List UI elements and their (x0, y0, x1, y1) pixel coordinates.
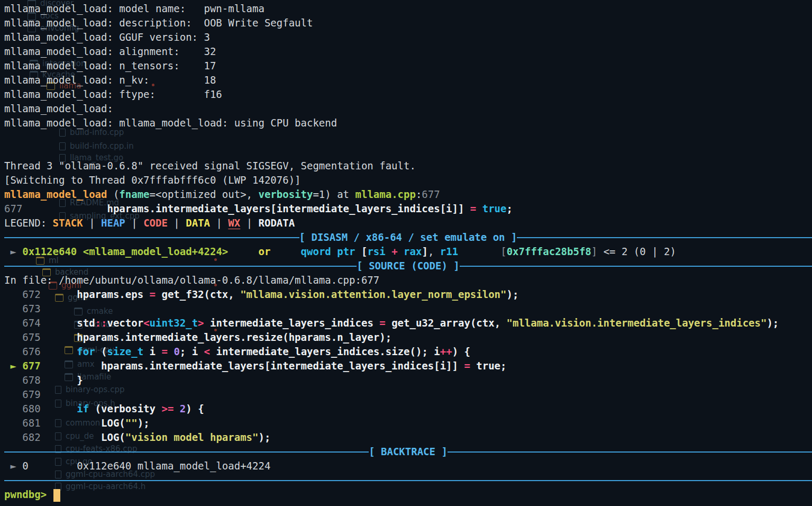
text-segment: "mllama.vision.attention.layer_norm_epsi… (240, 288, 506, 300)
text-segment: hparams.intermediate_layers.resize(hpara… (53, 331, 392, 343)
text-segment: 2 (180, 403, 186, 414)
text-segment: :: (95, 317, 107, 329)
text-segment: 674 (4, 317, 53, 329)
text-segment: In file: /home/ubuntu/ollama/ollama-0.6.… (4, 274, 379, 286)
text-segment: ); (767, 317, 779, 329)
text-segment: qword ptr (301, 246, 361, 257)
backtrace-frame-0: ► 0 0x112e640 mllama_model_load+4224 (4, 459, 812, 473)
text-segment: rsi (367, 246, 385, 257)
log-line: mllama_model_load: alignment: 32 (4, 44, 812, 59)
text-segment: =1) at (313, 188, 355, 200)
text-segment: | (125, 217, 143, 229)
text-segment: mllama.cpp (355, 188, 416, 200)
text-segment: LOG( (53, 431, 125, 443)
text-segment: | (168, 217, 186, 229)
text-segment: | (240, 217, 258, 229)
text-segment (53, 403, 77, 414)
log-line: mllama_model_load: model name: pwn-mllam… (4, 2, 812, 16)
text-segment: "" (125, 417, 138, 429)
source-line-681: 681 LOG(""); (4, 416, 812, 430)
text-segment: 682 (4, 431, 53, 443)
text-segment: 681 (4, 417, 53, 429)
section-divider-line (4, 480, 812, 481)
text-segment: STACK (53, 217, 83, 229)
terminal[interactable]: mllama_model_load: model name: pwn-mllam… (0, 0, 812, 506)
text-segment: if (77, 403, 89, 414)
signal-line: Thread 3 "ollama-0.6.8" received signal … (4, 159, 812, 173)
text-segment: uint32_t (150, 317, 198, 329)
text-segment: "vision model hparams" (125, 431, 259, 443)
text-segment: ► (4, 246, 22, 257)
text-segment: ] (591, 246, 597, 257)
text-segment: CODE (143, 217, 168, 229)
terminal-cursor[interactable] (53, 489, 60, 502)
text-segment: 678 (4, 374, 53, 386)
text-segment: 677 (422, 188, 440, 200)
text-segment: , (428, 246, 440, 257)
text-segment: intermediate_layers_indices (204, 317, 380, 329)
text-segment: > (198, 317, 204, 329)
text-segment: WX (228, 217, 240, 229)
text-segment: | (83, 217, 101, 229)
text-segment (228, 246, 258, 257)
text-segment: rax (404, 246, 422, 257)
disasm-section-header: [ DISASM / x86-64 / set emulate on ] (4, 230, 812, 245)
text-segment: = (161, 346, 167, 357)
text-segment: ( (95, 346, 107, 357)
text-segment: [ (500, 246, 506, 257)
text-segment: intermediate_layers_indices.size(); i (210, 346, 440, 357)
text-segment: 673 (4, 303, 41, 314)
text-segment: HEAP (101, 217, 125, 229)
text-segment: std (53, 317, 95, 329)
log-line: mllama_model_load: mllama_model_load: us… (4, 116, 812, 130)
legend-line: LEGEND: STACK | HEAP | CODE | DATA | WX … (4, 216, 812, 230)
text-segment: [Switching to Thread 0x7fffabfff6c0 (LWP… (4, 174, 301, 186)
text-segment: 680 (4, 403, 53, 414)
text-segment: 675 (4, 331, 53, 343)
text-segment: ++ (440, 346, 452, 357)
text-segment: DATA (186, 217, 210, 229)
prompt-label: pwndbg> (4, 489, 53, 500)
frame-source-line: 677 hparams.intermediate_layers[intermed… (4, 202, 812, 216)
text-segment: 0 (174, 346, 179, 357)
source-line-679: 679 (4, 387, 812, 402)
text-segment: or (258, 246, 270, 257)
text-segment: 0x112e640 mllama_model_load+4224 (77, 460, 270, 472)
text-segment: ; (507, 203, 513, 214)
text-segment: < (143, 317, 149, 329)
text-segment: mllama_model_load: GGUF version: 3 (4, 31, 210, 43)
text-segment: : (416, 188, 422, 200)
source-line-673: 673 (4, 302, 812, 316)
prompt-row: pwndbg> (4, 487, 812, 502)
backtrace-section-header-label: [ BACKTRACE ] (369, 445, 448, 459)
source-file-line: In file: /home/ubuntu/ollama/ollama-0.6.… (4, 273, 812, 287)
text-segment (29, 460, 77, 472)
text-segment: hparams.intermediate_layers[intermediate… (107, 203, 470, 214)
text-segment: =<optimized out>, (150, 188, 259, 200)
source-section-header: [ SOURCE (CODE) ] (4, 259, 812, 273)
log-line: mllama_model_load: (4, 102, 812, 116)
source-line-682: 682 LOG("vision model hparams"); (4, 430, 812, 445)
text-segment (476, 203, 482, 214)
text-segment: ► (4, 460, 22, 472)
text-segment: [ (361, 246, 367, 257)
text-segment: mllama_model_load: model name: pwn-mllam… (4, 3, 264, 14)
text-segment (53, 346, 77, 357)
blank-line (4, 130, 812, 144)
text-segment: ( (107, 188, 119, 200)
text-segment: ; (500, 360, 506, 372)
log-line: mllama_model_load: n_kv: 18 (4, 73, 812, 87)
text-segment: LOG( (53, 417, 125, 429)
source-line-678: 678 } (4, 373, 812, 387)
text-segment: LEGEND: (4, 217, 53, 229)
text-segment: mllama_model_load: mllama_model_load: us… (4, 117, 337, 129)
log-line: mllama_model_load: GGUF version: 3 (4, 30, 812, 44)
text-segment: <= 2 (0 | 2) (597, 246, 676, 257)
text-segment: 0x7fffac28b5f8 (507, 246, 591, 257)
text-segment: size_t (107, 346, 144, 357)
text-segment: ); (258, 431, 270, 443)
text-segment: 679 (4, 388, 41, 400)
disasm-section-header-label: [ DISASM / x86-64 / set emulate on ] (299, 230, 517, 245)
text-segment: (verbosity (89, 403, 161, 414)
text-segment: 0x112e640 <mllama_model_load+4224> (22, 246, 228, 257)
